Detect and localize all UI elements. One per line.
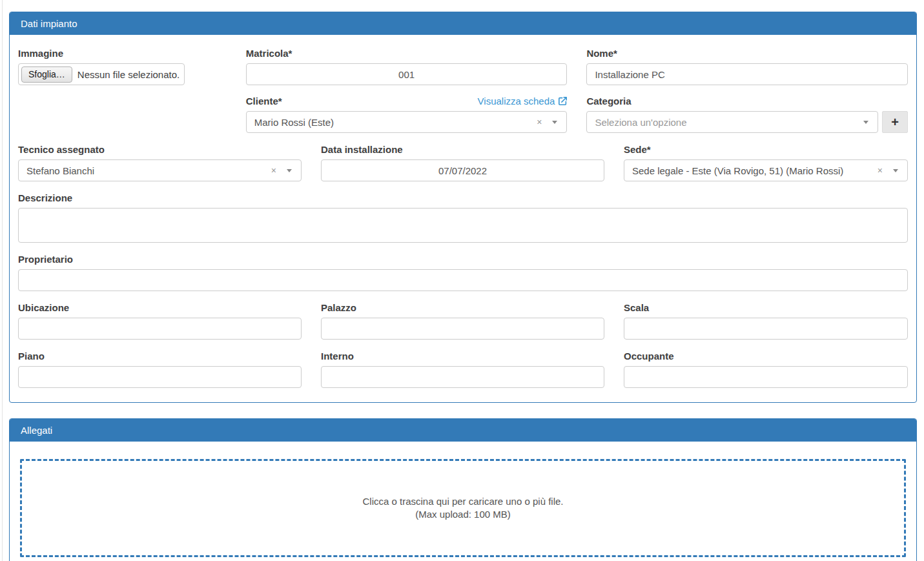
dropdown-arrow-icon [552, 121, 557, 124]
form-row-ubicazione: Ubicazione Palazzo Scala [18, 302, 908, 340]
dropdown-arrow-icon [287, 169, 292, 172]
nome-label: Nome* [586, 48, 908, 59]
occupante-input[interactable] [624, 366, 908, 388]
file-dropzone[interactable]: Clicca o trascina qui per caricare uno o… [20, 459, 906, 557]
proprietario-input[interactable] [18, 269, 908, 291]
clear-selection-icon[interactable]: × [878, 166, 883, 175]
categoria-select[interactable]: Seleziona un'opzione [586, 111, 878, 133]
palazzo-input[interactable] [321, 318, 604, 340]
page-edge-divider [2, 0, 3, 561]
dropzone-instruction-text: Clicca o trascina qui per caricare uno o… [363, 495, 564, 508]
tecnico-label: Tecnico assegnato [18, 144, 302, 156]
cliente-label: Cliente* [246, 96, 282, 107]
proprietario-label: Proprietario [18, 254, 908, 265]
dropdown-arrow-icon [863, 121, 868, 124]
visualizza-scheda-link[interactable]: Visualizza scheda [478, 96, 568, 107]
clear-selection-icon[interactable]: × [537, 117, 542, 127]
sede-select-value: Sede legale - Este (Via Rovigo, 51) (Mar… [632, 165, 872, 176]
panel-dati-impianto: Dati impianto Immagine Sfoglia… Nessun f… [9, 12, 917, 403]
dropzone-max-upload-text: (Max upload: 100 MB) [415, 508, 511, 521]
interno-label: Interno [321, 351, 604, 362]
immagine-label: Immagine [18, 48, 227, 59]
browse-button[interactable]: Sfoglia… [21, 66, 72, 83]
sede-select[interactable]: Sede legale - Este (Via Rovigo, 51) (Mar… [624, 159, 908, 181]
form-row-top: Immagine Sfoglia… Nessun file selezionat… [18, 48, 908, 133]
scala-label: Scala [624, 302, 908, 314]
tecnico-select-value: Stefano Bianchi [26, 165, 266, 176]
form-row-piano: Piano Interno Occupante [18, 351, 908, 388]
immagine-file-input[interactable]: Sfoglia… Nessun file selezionato. [18, 63, 185, 85]
form-row-tecnico: Tecnico assegnato Stefano Bianchi × Data… [18, 144, 908, 181]
piano-input[interactable] [18, 366, 302, 388]
sede-label: Sede* [624, 144, 908, 156]
add-categoria-button[interactable]: + [882, 111, 908, 133]
dropdown-arrow-icon [893, 169, 898, 172]
categoria-label: Categoria [586, 96, 631, 107]
data-installazione-label: Data installazione [321, 144, 604, 156]
matricola-input[interactable] [246, 63, 568, 85]
descrizione-label: Descrizione [18, 192, 908, 204]
panel-dati-impianto-header: Dati impianto [10, 12, 916, 35]
file-status-text: Nessun file selezionato. [77, 69, 180, 80]
scala-input[interactable] [624, 318, 908, 340]
visualizza-scheda-link-label: Visualizza scheda [478, 96, 555, 107]
occupante-label: Occupante [624, 351, 908, 362]
ubicazione-label: Ubicazione [18, 302, 302, 314]
nome-input[interactable] [586, 63, 908, 85]
categoria-select-placeholder: Seleziona un'opzione [595, 117, 863, 128]
panel-allegati-header: Allegati [10, 419, 916, 442]
cliente-select[interactable]: Mario Rossi (Este) × [246, 111, 568, 133]
ubicazione-input[interactable] [18, 318, 302, 340]
interno-input[interactable] [321, 366, 604, 388]
tecnico-select[interactable]: Stefano Bianchi × [18, 159, 302, 181]
panel-allegati: Allegati Clicca o trascina qui per caric… [9, 418, 917, 561]
piano-label: Piano [18, 351, 302, 362]
clear-selection-icon[interactable]: × [271, 166, 276, 175]
data-installazione-input[interactable] [321, 159, 604, 181]
descrizione-textarea[interactable] [18, 208, 908, 243]
external-link-icon [559, 97, 567, 105]
cliente-select-value: Mario Rossi (Este) [254, 117, 531, 128]
matricola-label: Matricola* [246, 48, 568, 59]
palazzo-label: Palazzo [321, 302, 604, 314]
plus-icon: + [891, 116, 899, 128]
